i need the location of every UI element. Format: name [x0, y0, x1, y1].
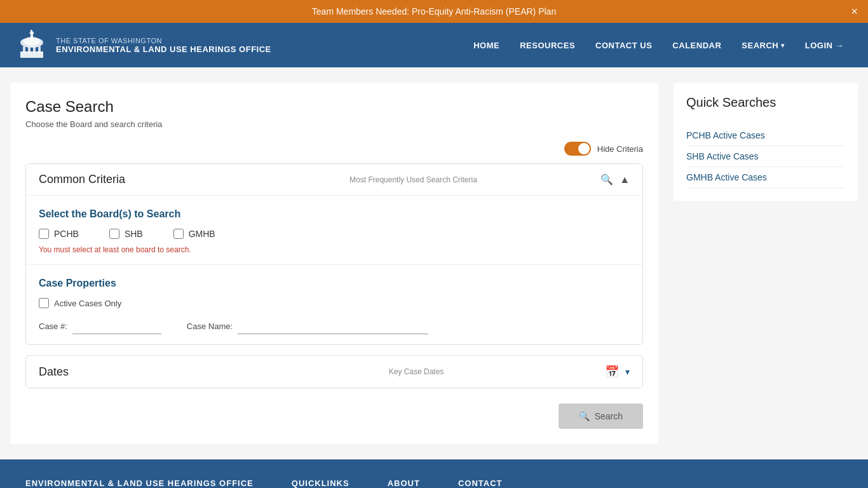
footer-about-title: ABOUT	[388, 478, 420, 488]
main-nav: HOME RESOURCES CONTACT US CALENDAR SEARC…	[465, 36, 853, 55]
case-number-label: Case #:	[39, 322, 67, 331]
search-chevron-icon: ▾	[781, 42, 785, 49]
svg-rect-8	[31, 32, 33, 41]
page-subtitle: Choose the Board and search criteria	[25, 119, 643, 129]
board-shb[interactable]: SHB	[109, 229, 143, 239]
svg-rect-5	[38, 46, 41, 53]
dates-box: Dates Key Case Dates 📅 ▾	[25, 355, 643, 388]
dates-title: Dates	[39, 365, 227, 379]
collapse-icon-btn[interactable]: ▲	[620, 174, 630, 186]
search-button-label: Search	[595, 411, 623, 421]
logo-area: THE STATE OF WASHINGTON ENVIRONMENTAL & …	[15, 29, 465, 62]
svg-rect-10	[31, 30, 32, 34]
content-area: Case Search Choose the Board and search …	[10, 83, 658, 444]
common-criteria-box: Common Criteria Most Frequently Used Sea…	[25, 163, 643, 345]
logo-text: THE STATE OF WASHINGTON ENVIRONMENTAL & …	[56, 37, 271, 54]
case-name-label: Case Name:	[187, 322, 233, 331]
board-pchb[interactable]: PCHB	[39, 229, 79, 239]
footer-org-title: ENVIRONMENTAL & LAND USE HEARINGS OFFICE	[25, 478, 254, 488]
footer-col-about: ABOUT	[388, 478, 420, 488]
search-button[interactable]: 🔍 Search	[559, 403, 643, 429]
banner-text: Team Members Needed: Pro-Equity Anti-Rac…	[312, 6, 556, 17]
quick-link-pchb[interactable]: PCHB Active Cases	[686, 125, 845, 146]
board-gmhb[interactable]: GMHB	[173, 229, 215, 239]
logo-icon	[15, 29, 48, 62]
case-name-input[interactable]	[238, 318, 428, 334]
main-layout: Case Search Choose the Board and search …	[0, 67, 868, 459]
sidebar: Quick Searches PCHB Active Cases SHB Act…	[674, 83, 858, 201]
criteria-subtitle: Most Frequently Used Search Criteria	[226, 175, 600, 184]
footer-col-contact: CONTACT	[458, 478, 503, 488]
announcement-banner: Team Members Needed: Pro-Equity Anti-Rac…	[0, 0, 868, 23]
footer-contact-title: CONTACT	[458, 478, 503, 488]
dates-expand-icon[interactable]: ▾	[625, 367, 630, 377]
close-banner-button[interactable]: ×	[851, 5, 858, 18]
footer: ENVIRONMENTAL & LAND USE HEARINGS OFFICE…	[0, 459, 868, 488]
nav-search[interactable]: SEARCH ▾	[733, 36, 793, 55]
svg-rect-2	[23, 46, 25, 53]
case-number-group: Case #:	[39, 318, 161, 334]
nav-contact[interactable]: CONTACT US	[587, 36, 661, 55]
shb-checkbox[interactable]	[109, 229, 119, 239]
quick-searches-title: Quick Searches	[686, 95, 845, 115]
pchb-checkbox[interactable]	[39, 229, 49, 239]
nav-resources[interactable]: RESOURCES	[511, 36, 584, 55]
case-name-group: Case Name:	[187, 318, 428, 334]
pchb-label: PCHB	[54, 229, 79, 239]
dates-header: Dates Key Case Dates 📅 ▾	[26, 356, 642, 388]
board-section-title: Select the Board(s) to Search	[39, 208, 630, 220]
criteria-header: Common Criteria Most Frequently Used Sea…	[26, 164, 642, 196]
nav-home[interactable]: HOME	[465, 36, 508, 55]
nav-login[interactable]: LOGIN →	[796, 36, 853, 55]
board-section: Select the Board(s) to Search PCHB SHB G…	[26, 196, 642, 265]
footer-col-quicklinks: QUICKLINKS	[292, 478, 349, 488]
gmhb-checkbox[interactable]	[173, 229, 184, 239]
search-icon-btn[interactable]: 🔍	[600, 173, 613, 186]
criteria-icons: 🔍 ▲	[600, 173, 630, 186]
search-icon: 🔍	[579, 411, 590, 421]
toggle-label: Hide Criteria	[597, 144, 643, 154]
toggle-row: Hide Criteria	[25, 142, 643, 156]
active-cases-label: Active Cases Only	[54, 299, 121, 308]
gmhb-label: GMHB	[189, 229, 215, 239]
search-btn-row: 🔍 Search	[25, 401, 643, 429]
properties-section: Case Properties Active Cases Only Case #…	[26, 265, 642, 344]
active-cases-checkbox[interactable]	[39, 298, 49, 308]
dates-icons: 📅 ▾	[605, 365, 630, 379]
site-header: THE STATE OF WASHINGTON ENVIRONMENTAL & …	[0, 23, 868, 67]
footer-quicklinks-title: QUICKLINKS	[292, 478, 349, 488]
calendar-icon: 📅	[605, 365, 619, 379]
active-cases-row: Active Cases Only	[39, 298, 630, 308]
logo-line2: ENVIRONMENTAL & LAND USE HEARINGS OFFICE	[56, 44, 271, 54]
logo-line1: THE STATE OF WASHINGTON	[56, 37, 271, 44]
nav-calendar[interactable]: CALENDAR	[663, 36, 730, 55]
dates-subtitle: Key Case Dates	[227, 367, 605, 376]
shb-label: SHB	[125, 229, 143, 239]
properties-title: Case Properties	[39, 278, 630, 289]
board-error-msg: You must select at least one board to se…	[39, 245, 630, 254]
board-options: PCHB SHB GMHB	[39, 229, 630, 239]
quick-link-gmhb[interactable]: GMHB Active Cases	[686, 167, 845, 188]
field-row: Case #: Case Name:	[39, 318, 630, 334]
quick-link-shb[interactable]: SHB Active Cases	[686, 146, 845, 167]
criteria-title: Common Criteria	[39, 173, 226, 186]
case-number-input[interactable]	[72, 318, 161, 334]
page-title: Case Search	[25, 98, 643, 116]
hide-criteria-toggle[interactable]	[564, 142, 591, 156]
footer-col-org: ENVIRONMENTAL & LAND USE HEARINGS OFFICE	[25, 478, 254, 488]
